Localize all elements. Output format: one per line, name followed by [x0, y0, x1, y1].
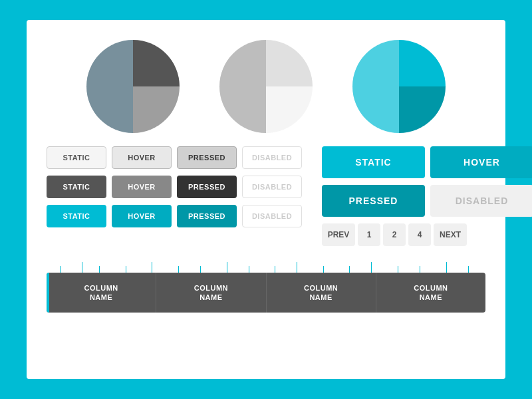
tick-mark: [249, 266, 249, 273]
tick-mark: [371, 262, 372, 273]
light-hover-button[interactable]: HOVER: [112, 146, 172, 169]
light-button-row: STATIC HOVER PRESSED DISABLED: [47, 146, 302, 169]
tick-mark: [420, 266, 420, 273]
tick-mark: [446, 262, 447, 273]
teal-disabled-button: DISABLED: [242, 205, 302, 227]
table-col-4: COLUMN NAME: [376, 273, 485, 313]
dark-pie-chart: [86, 40, 180, 133]
tick-row: [47, 262, 485, 273]
right-buttons: STATIC HOVER PRESSED DISABLED PREV 1 2 4…: [322, 146, 532, 246]
tick-mark: [126, 266, 126, 273]
teal-button-row: STATIC HOVER PRESSED DISABLED: [47, 205, 302, 227]
table-header-row: COLUMN NAME COLUMN NAME COLUMN NAME COLU…: [47, 273, 485, 313]
teal-static-button[interactable]: STATIC: [47, 205, 106, 227]
table-col-2: COLUMN NAME: [156, 273, 266, 313]
table-col-1: COLUMN NAME: [47, 273, 156, 313]
light-pressed-button[interactable]: PRESSED: [177, 146, 237, 169]
light-pie-chart: [219, 40, 313, 133]
large-hover-button[interactable]: HOVER: [430, 146, 532, 178]
dark-button-row: STATIC HOVER PRESSED DISABLED: [47, 176, 302, 198]
tick-mark: [349, 266, 350, 273]
large-button-row-1: STATIC HOVER: [322, 146, 532, 178]
tick-mark: [152, 262, 152, 273]
teal-pressed-button[interactable]: PRESSED: [177, 205, 237, 227]
teal-hover-button[interactable]: HOVER: [112, 205, 172, 227]
col-2-label: COLUMN NAME: [194, 283, 228, 303]
pagination-prev-button[interactable]: PREV: [322, 223, 355, 246]
main-panel: STATIC HOVER PRESSED DISABLED STATIC HOV…: [27, 20, 505, 379]
light-static-button[interactable]: STATIC: [47, 146, 106, 169]
col-resize-handle-3[interactable]: [373, 273, 376, 313]
col-1-label: COLUMN NAME: [84, 283, 118, 303]
table-section: COLUMN NAME COLUMN NAME COLUMN NAME COLU…: [47, 262, 485, 313]
all-buttons-section: STATIC HOVER PRESSED DISABLED STATIC HOV…: [47, 146, 485, 246]
tick-mark: [178, 266, 179, 273]
large-disabled-button: DISABLED: [430, 185, 532, 217]
tick-mark: [227, 262, 227, 273]
pagination-next-button[interactable]: NEXT: [434, 223, 467, 246]
tick-mark: [398, 266, 398, 273]
col-resize-handle-1[interactable]: [153, 273, 156, 313]
tick-mark: [297, 262, 297, 273]
dark-disabled-button: DISABLED: [242, 176, 302, 198]
tick-mark: [468, 266, 469, 273]
pagination-page-2[interactable]: 2: [383, 223, 406, 246]
light-disabled-button: DISABLED: [242, 146, 302, 169]
dark-hover-button[interactable]: HOVER: [112, 176, 172, 198]
dark-static-button[interactable]: STATIC: [47, 176, 106, 198]
tick-mark: [323, 266, 324, 273]
large-pressed-button[interactable]: PRESSED: [322, 185, 425, 217]
tick-mark: [82, 262, 82, 273]
table-col-3: COLUMN NAME: [267, 273, 376, 313]
tick-mark: [99, 266, 100, 273]
pagination-page-1[interactable]: 1: [358, 223, 380, 246]
dark-pressed-button[interactable]: PRESSED: [177, 176, 237, 198]
data-table: COLUMN NAME COLUMN NAME COLUMN NAME COLU…: [47, 273, 485, 313]
tick-mark: [275, 266, 275, 273]
charts-row: [47, 40, 485, 133]
col-3-label: COLUMN NAME: [304, 283, 338, 303]
teal-pie-chart: [352, 40, 446, 133]
col-4-label: COLUMN NAME: [414, 283, 448, 303]
col-resize-handle-2[interactable]: [263, 273, 266, 313]
pagination-page-4[interactable]: 4: [408, 223, 431, 246]
left-buttons: STATIC HOVER PRESSED DISABLED STATIC HOV…: [47, 146, 302, 246]
large-static-button[interactable]: STATIC: [322, 146, 425, 178]
tick-mark: [200, 266, 201, 273]
large-button-row-2: PRESSED DISABLED: [322, 185, 532, 217]
pagination-row: PREV 1 2 4 NEXT: [322, 223, 532, 246]
tick-mark: [60, 266, 61, 273]
